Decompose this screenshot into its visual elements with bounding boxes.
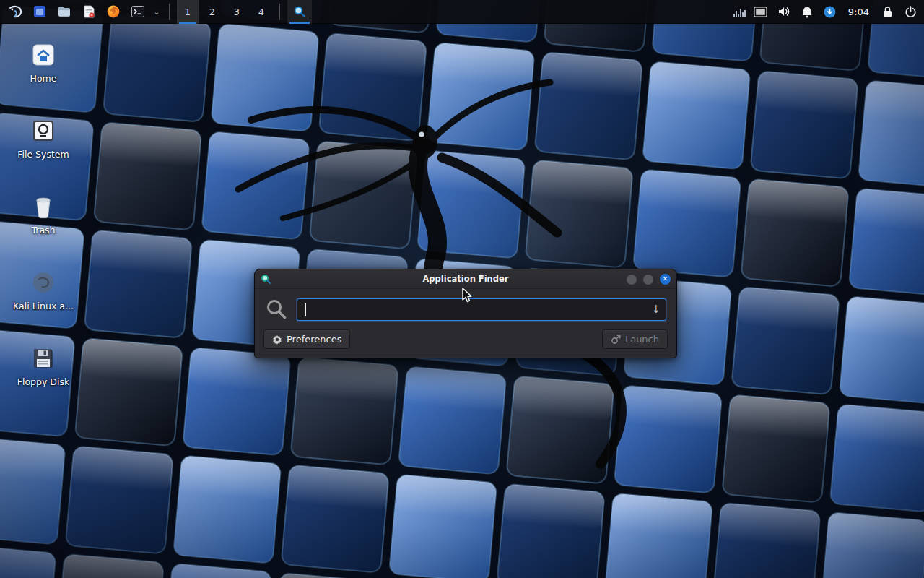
firefox-launcher[interactable] [103,0,124,24]
taskbar-application-finder[interactable] [287,0,312,24]
close-button[interactable]: ✕ [660,274,671,285]
workspace-3-label: 3 [234,7,240,17]
workspace-2-label: 2 [209,7,215,17]
text-caret [305,303,306,316]
search-field-wrap: ↓ [297,298,666,321]
workspace-1-label: 1 [185,7,191,17]
titlebar[interactable]: Application Finder ✕ [255,269,676,289]
desktop-icon-label: Floppy Disk [9,376,77,387]
kali-installer-icon [31,270,56,295]
launch-label: Launch [625,334,659,345]
panel-separator [169,4,170,20]
desktop-icon-label: Trash [9,225,77,236]
application-finder-icon [293,5,306,18]
preferences-button[interactable]: Preferences [263,329,350,349]
file-manager-icon [32,4,47,19]
workspace-4[interactable]: 4 [250,0,272,24]
floppy-disk-icon [31,346,56,371]
firefox-icon [106,4,121,19]
search-input[interactable] [297,298,666,321]
kali-menu-button[interactable] [4,0,26,24]
bell-icon [801,6,813,18]
gear-icon [272,335,282,345]
panel-tray: 9:04 [731,0,924,23]
desktop-icon-label: Home [9,73,77,84]
volume-tray[interactable] [773,0,795,24]
search-icon [265,298,288,321]
dropdown-arrow-icon[interactable]: ↓ [651,303,661,316]
maximize-button[interactable] [643,275,653,285]
panel-separator-2 [279,4,280,20]
terminal-icon [131,4,145,19]
updates-icon [824,6,836,18]
lock-icon [882,6,893,18]
preferences-label: Preferences [287,334,341,345]
top-panel: ⌄ 1 2 3 4 [0,0,924,24]
logout-tray[interactable] [899,0,921,24]
workspace-1[interactable]: 1 [177,0,199,24]
text-editor-launcher[interactable] [78,0,100,24]
close-icon: ✕ [663,276,668,282]
terminal-dropdown-chevron[interactable]: ⌄ [152,0,162,24]
updates-tray[interactable] [819,0,841,24]
workspace-3[interactable]: 3 [226,0,248,24]
folder-icon [57,4,71,19]
desktop-icon-home[interactable]: Home [9,42,77,84]
file-system-icon [31,118,56,143]
launch-icon [611,335,621,345]
launch-button[interactable]: Launch [602,329,668,349]
workspace-2[interactable]: 2 [201,0,223,24]
desktop-icon-file-system[interactable]: File System [9,118,77,160]
system-load-graph[interactable] [731,6,749,17]
minimize-button[interactable] [627,275,637,285]
display-icon [754,7,767,17]
kali-logo-icon [7,4,23,20]
desktop-icon-label: Kali Linux a... [9,301,77,311]
panel-launchers: ⌄ 1 2 3 4 [0,0,312,23]
desktop-icon-kali-installer[interactable]: Kali Linux a... [9,269,77,311]
desktop-icon-label: File System [9,149,77,160]
panel-clock[interactable]: 9:04 [842,7,875,17]
speaker-icon [777,6,790,17]
window-title: Application Finder [261,274,671,284]
home-icon [31,43,56,67]
terminal-launcher[interactable] [127,0,149,24]
chevron-down-icon: ⌄ [154,8,160,16]
finder-body: ↓ [255,289,676,321]
display-settings-tray[interactable] [750,0,772,24]
file-manager-launcher[interactable] [29,0,51,24]
text-editor-icon [82,4,96,19]
desktop-icon-floppy-disk[interactable]: Floppy Disk [9,345,77,387]
desktop-icon-trash[interactable]: Trash [9,194,77,236]
trash-icon [32,194,54,219]
window-app-icon [261,274,271,285]
notifications-tray[interactable] [796,0,818,24]
screen-lock-tray[interactable] [876,0,898,24]
titlebar-buttons: ✕ [627,269,671,289]
power-icon [905,6,917,18]
finder-footer: Preferences Launch [255,321,676,358]
application-finder-window: Application Finder ✕ ↓ Preferences [254,269,677,358]
workspace-4-label: 4 [258,7,264,17]
folder-launcher[interactable] [53,0,75,24]
